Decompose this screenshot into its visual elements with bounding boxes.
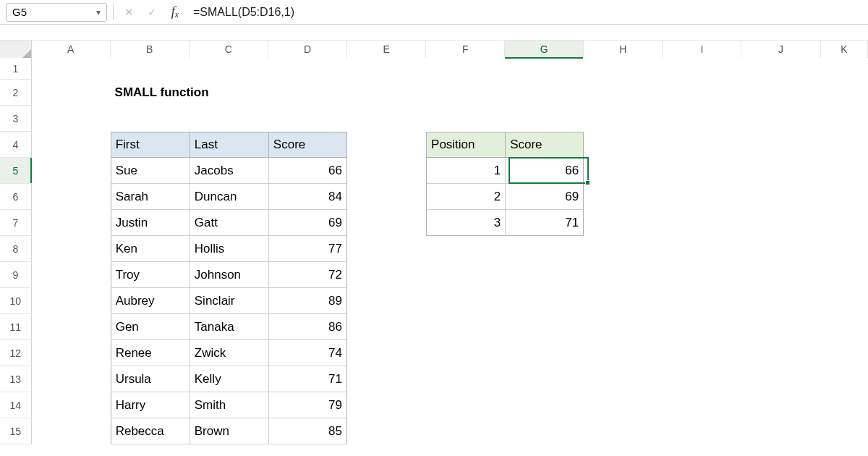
cell[interactable] [584, 58, 663, 80]
cell[interactable] [347, 314, 426, 340]
table2-header-score[interactable]: Score [505, 132, 584, 158]
cell[interactable] [427, 80, 506, 106]
cell[interactable] [505, 418, 584, 444]
cell[interactable] [268, 106, 347, 132]
cell-score[interactable]: 84 [268, 184, 347, 210]
cell[interactable] [32, 392, 111, 418]
cell[interactable] [505, 236, 584, 262]
cell[interactable] [820, 184, 868, 210]
col-head-J[interactable]: J [741, 41, 820, 58]
col-head-I[interactable]: I [663, 41, 741, 58]
cell[interactable] [584, 236, 663, 262]
cell[interactable] [32, 58, 111, 80]
cell-first[interactable]: Aubrey [111, 288, 190, 314]
cell[interactable] [821, 236, 868, 262]
col-head-H[interactable]: H [584, 41, 663, 58]
cell[interactable] [663, 210, 741, 236]
cell[interactable] [347, 184, 426, 210]
cell[interactable] [347, 262, 426, 288]
cell-last[interactable]: Sinclair [190, 288, 268, 314]
cell[interactable] [584, 340, 663, 366]
cell[interactable] [663, 288, 741, 314]
col-head-G[interactable]: G [505, 41, 584, 58]
cell[interactable] [426, 262, 505, 288]
row-head[interactable]: 9 [0, 262, 32, 288]
cell[interactable] [584, 132, 663, 158]
cell-last[interactable]: Jacobs [190, 158, 268, 184]
cell[interactable] [821, 262, 868, 288]
cell-last[interactable]: Duncan [190, 184, 268, 210]
cell[interactable] [663, 80, 742, 106]
cell[interactable] [32, 80, 111, 106]
cell[interactable] [821, 288, 868, 314]
cell[interactable] [663, 418, 741, 444]
cell[interactable] [111, 106, 190, 132]
cell[interactable] [663, 392, 741, 418]
cell[interactable] [505, 288, 584, 314]
cell[interactable] [426, 58, 505, 80]
cell[interactable] [505, 340, 584, 366]
cell[interactable] [741, 314, 820, 340]
cell[interactable] [190, 106, 268, 132]
cell[interactable] [32, 106, 111, 132]
cell[interactable] [32, 132, 111, 158]
cell[interactable] [505, 392, 584, 418]
cell[interactable] [32, 236, 111, 262]
cell[interactable] [821, 392, 868, 418]
row-head[interactable]: 2 [0, 80, 32, 106]
cell[interactable] [741, 106, 820, 132]
cell[interactable] [268, 58, 347, 80]
cell[interactable] [821, 80, 868, 106]
cell[interactable] [505, 58, 584, 80]
cell-score[interactable]: 77 [268, 236, 347, 262]
check-icon[interactable]: ✓ [142, 3, 161, 22]
cell[interactable] [347, 340, 426, 366]
cell[interactable] [505, 314, 584, 340]
row-head[interactable]: 15 [0, 418, 32, 444]
col-head-C[interactable]: C [190, 41, 268, 58]
cell[interactable] [426, 392, 505, 418]
cell-position[interactable]: 3 [426, 210, 505, 236]
row-head[interactable]: 14 [0, 392, 32, 418]
cell[interactable] [741, 132, 820, 158]
cell[interactable] [820, 132, 868, 158]
cell[interactable] [584, 366, 663, 392]
cell-last[interactable]: Zwick [190, 340, 268, 366]
cell[interactable] [506, 80, 584, 106]
cell-score[interactable]: 85 [268, 418, 347, 444]
cell[interactable] [347, 236, 426, 262]
cell[interactable] [821, 418, 868, 444]
cell[interactable] [584, 210, 663, 236]
table1-header-first[interactable]: First [111, 132, 190, 158]
row-head[interactable]: 8 [0, 236, 32, 262]
cell[interactable] [741, 288, 820, 314]
cell-score[interactable]: 69 [268, 210, 347, 236]
cell-first[interactable]: Sue [111, 158, 190, 184]
cell[interactable] [347, 392, 426, 418]
cell-first[interactable]: Troy [111, 262, 190, 288]
table1-header-last[interactable]: Last [190, 132, 268, 158]
page-title[interactable]: SMALL function [111, 80, 190, 106]
cell[interactable] [347, 288, 426, 314]
cell[interactable] [663, 58, 741, 80]
col-head-B[interactable]: B [111, 41, 190, 58]
row-head[interactable]: 11 [0, 314, 32, 340]
cell-first[interactable]: Renee [111, 340, 190, 366]
chevron-down-icon[interactable]: ▾ [96, 7, 101, 17]
cell[interactable] [742, 80, 821, 106]
cell-first[interactable]: Sarah [111, 184, 190, 210]
cell[interactable] [741, 366, 820, 392]
cell[interactable] [32, 418, 111, 444]
cell-active[interactable]: 66 [505, 158, 584, 184]
cell[interactable] [584, 184, 663, 210]
cell[interactable] [347, 106, 426, 132]
cell[interactable] [820, 158, 868, 184]
cell[interactable] [821, 58, 868, 80]
cell[interactable] [663, 106, 741, 132]
cell[interactable] [32, 184, 111, 210]
cell[interactable] [741, 418, 820, 444]
col-head-F[interactable]: F [426, 41, 505, 58]
row-head[interactable]: 1 [0, 58, 32, 80]
cell-position[interactable]: 1 [426, 158, 505, 184]
cell-last[interactable]: Kelly [190, 366, 268, 392]
